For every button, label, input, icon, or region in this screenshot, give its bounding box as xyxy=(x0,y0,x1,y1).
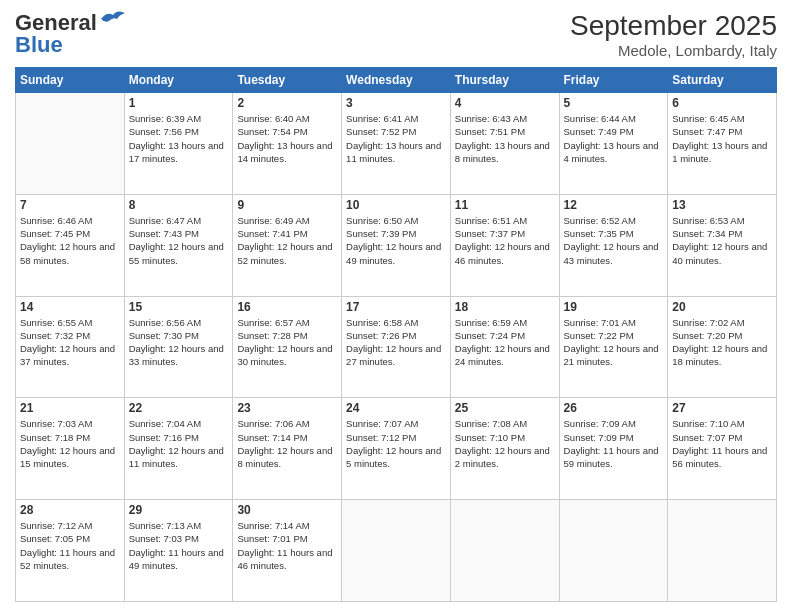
day-number: 12 xyxy=(564,198,664,212)
header-tuesday: Tuesday xyxy=(233,68,342,93)
calendar-cell xyxy=(559,500,668,602)
calendar-cell: 19Sunrise: 7:01 AMSunset: 7:22 PMDayligh… xyxy=(559,296,668,398)
day-info: Sunrise: 6:46 AMSunset: 7:45 PMDaylight:… xyxy=(20,214,120,267)
calendar-cell: 27Sunrise: 7:10 AMSunset: 7:07 PMDayligh… xyxy=(668,398,777,500)
day-info: Sunrise: 6:53 AMSunset: 7:34 PMDaylight:… xyxy=(672,214,772,267)
day-info: Sunrise: 7:06 AMSunset: 7:14 PMDaylight:… xyxy=(237,417,337,470)
day-number: 20 xyxy=(672,300,772,314)
day-number: 4 xyxy=(455,96,555,110)
logo-bird-icon xyxy=(99,9,127,29)
calendar-week-0: 1Sunrise: 6:39 AMSunset: 7:56 PMDaylight… xyxy=(16,93,777,195)
day-info: Sunrise: 7:08 AMSunset: 7:10 PMDaylight:… xyxy=(455,417,555,470)
day-number: 17 xyxy=(346,300,446,314)
page-subtitle: Medole, Lombardy, Italy xyxy=(570,42,777,59)
calendar-cell: 5Sunrise: 6:44 AMSunset: 7:49 PMDaylight… xyxy=(559,93,668,195)
day-info: Sunrise: 6:39 AMSunset: 7:56 PMDaylight:… xyxy=(129,112,229,165)
calendar-cell xyxy=(668,500,777,602)
logo: General Blue xyxy=(15,10,127,58)
day-number: 28 xyxy=(20,503,120,517)
calendar-cell: 4Sunrise: 6:43 AMSunset: 7:51 PMDaylight… xyxy=(450,93,559,195)
calendar-week-1: 7Sunrise: 6:46 AMSunset: 7:45 PMDaylight… xyxy=(16,194,777,296)
page: General Blue September 2025 Medole, Lomb… xyxy=(0,0,792,612)
calendar-cell: 26Sunrise: 7:09 AMSunset: 7:09 PMDayligh… xyxy=(559,398,668,500)
day-info: Sunrise: 7:14 AMSunset: 7:01 PMDaylight:… xyxy=(237,519,337,572)
day-number: 5 xyxy=(564,96,664,110)
calendar-cell: 18Sunrise: 6:59 AMSunset: 7:24 PMDayligh… xyxy=(450,296,559,398)
day-info: Sunrise: 6:41 AMSunset: 7:52 PMDaylight:… xyxy=(346,112,446,165)
day-number: 6 xyxy=(672,96,772,110)
day-info: Sunrise: 6:44 AMSunset: 7:49 PMDaylight:… xyxy=(564,112,664,165)
calendar-cell: 10Sunrise: 6:50 AMSunset: 7:39 PMDayligh… xyxy=(342,194,451,296)
day-info: Sunrise: 6:45 AMSunset: 7:47 PMDaylight:… xyxy=(672,112,772,165)
day-number: 23 xyxy=(237,401,337,415)
day-info: Sunrise: 6:59 AMSunset: 7:24 PMDaylight:… xyxy=(455,316,555,369)
header: General Blue September 2025 Medole, Lomb… xyxy=(15,10,777,59)
day-info: Sunrise: 7:02 AMSunset: 7:20 PMDaylight:… xyxy=(672,316,772,369)
day-number: 26 xyxy=(564,401,664,415)
day-number: 8 xyxy=(129,198,229,212)
calendar-cell: 30Sunrise: 7:14 AMSunset: 7:01 PMDayligh… xyxy=(233,500,342,602)
day-info: Sunrise: 6:40 AMSunset: 7:54 PMDaylight:… xyxy=(237,112,337,165)
logo-blue-text: Blue xyxy=(15,32,63,58)
calendar-header-row: Sunday Monday Tuesday Wednesday Thursday… xyxy=(16,68,777,93)
day-number: 18 xyxy=(455,300,555,314)
day-info: Sunrise: 6:49 AMSunset: 7:41 PMDaylight:… xyxy=(237,214,337,267)
day-number: 3 xyxy=(346,96,446,110)
title-block: September 2025 Medole, Lombardy, Italy xyxy=(570,10,777,59)
day-info: Sunrise: 6:55 AMSunset: 7:32 PMDaylight:… xyxy=(20,316,120,369)
calendar-week-2: 14Sunrise: 6:55 AMSunset: 7:32 PMDayligh… xyxy=(16,296,777,398)
calendar-cell: 7Sunrise: 6:46 AMSunset: 7:45 PMDaylight… xyxy=(16,194,125,296)
calendar-cell: 9Sunrise: 6:49 AMSunset: 7:41 PMDaylight… xyxy=(233,194,342,296)
calendar-cell xyxy=(450,500,559,602)
day-info: Sunrise: 7:03 AMSunset: 7:18 PMDaylight:… xyxy=(20,417,120,470)
calendar-week-3: 21Sunrise: 7:03 AMSunset: 7:18 PMDayligh… xyxy=(16,398,777,500)
day-info: Sunrise: 7:13 AMSunset: 7:03 PMDaylight:… xyxy=(129,519,229,572)
calendar-table: Sunday Monday Tuesday Wednesday Thursday… xyxy=(15,67,777,602)
header-saturday: Saturday xyxy=(668,68,777,93)
calendar-cell: 28Sunrise: 7:12 AMSunset: 7:05 PMDayligh… xyxy=(16,500,125,602)
day-info: Sunrise: 7:01 AMSunset: 7:22 PMDaylight:… xyxy=(564,316,664,369)
day-number: 22 xyxy=(129,401,229,415)
day-info: Sunrise: 6:43 AMSunset: 7:51 PMDaylight:… xyxy=(455,112,555,165)
day-number: 29 xyxy=(129,503,229,517)
calendar-cell: 6Sunrise: 6:45 AMSunset: 7:47 PMDaylight… xyxy=(668,93,777,195)
day-number: 10 xyxy=(346,198,446,212)
day-info: Sunrise: 6:50 AMSunset: 7:39 PMDaylight:… xyxy=(346,214,446,267)
day-number: 27 xyxy=(672,401,772,415)
day-info: Sunrise: 7:04 AMSunset: 7:16 PMDaylight:… xyxy=(129,417,229,470)
day-number: 7 xyxy=(20,198,120,212)
calendar-cell: 11Sunrise: 6:51 AMSunset: 7:37 PMDayligh… xyxy=(450,194,559,296)
day-info: Sunrise: 6:47 AMSunset: 7:43 PMDaylight:… xyxy=(129,214,229,267)
day-info: Sunrise: 6:58 AMSunset: 7:26 PMDaylight:… xyxy=(346,316,446,369)
day-number: 24 xyxy=(346,401,446,415)
calendar-cell: 20Sunrise: 7:02 AMSunset: 7:20 PMDayligh… xyxy=(668,296,777,398)
day-info: Sunrise: 6:52 AMSunset: 7:35 PMDaylight:… xyxy=(564,214,664,267)
calendar-cell xyxy=(16,93,125,195)
calendar-cell: 25Sunrise: 7:08 AMSunset: 7:10 PMDayligh… xyxy=(450,398,559,500)
day-number: 16 xyxy=(237,300,337,314)
day-info: Sunrise: 6:51 AMSunset: 7:37 PMDaylight:… xyxy=(455,214,555,267)
calendar-cell: 15Sunrise: 6:56 AMSunset: 7:30 PMDayligh… xyxy=(124,296,233,398)
calendar-cell: 16Sunrise: 6:57 AMSunset: 7:28 PMDayligh… xyxy=(233,296,342,398)
day-number: 30 xyxy=(237,503,337,517)
page-title: September 2025 xyxy=(570,10,777,42)
day-info: Sunrise: 6:56 AMSunset: 7:30 PMDaylight:… xyxy=(129,316,229,369)
header-friday: Friday xyxy=(559,68,668,93)
header-thursday: Thursday xyxy=(450,68,559,93)
calendar-cell: 1Sunrise: 6:39 AMSunset: 7:56 PMDaylight… xyxy=(124,93,233,195)
calendar-cell: 3Sunrise: 6:41 AMSunset: 7:52 PMDaylight… xyxy=(342,93,451,195)
day-number: 11 xyxy=(455,198,555,212)
header-monday: Monday xyxy=(124,68,233,93)
header-sunday: Sunday xyxy=(16,68,125,93)
day-number: 14 xyxy=(20,300,120,314)
calendar-cell: 24Sunrise: 7:07 AMSunset: 7:12 PMDayligh… xyxy=(342,398,451,500)
calendar-cell: 22Sunrise: 7:04 AMSunset: 7:16 PMDayligh… xyxy=(124,398,233,500)
day-number: 21 xyxy=(20,401,120,415)
calendar-cell: 23Sunrise: 7:06 AMSunset: 7:14 PMDayligh… xyxy=(233,398,342,500)
day-info: Sunrise: 7:10 AMSunset: 7:07 PMDaylight:… xyxy=(672,417,772,470)
day-number: 25 xyxy=(455,401,555,415)
day-number: 2 xyxy=(237,96,337,110)
calendar-week-4: 28Sunrise: 7:12 AMSunset: 7:05 PMDayligh… xyxy=(16,500,777,602)
day-info: Sunrise: 7:09 AMSunset: 7:09 PMDaylight:… xyxy=(564,417,664,470)
header-wednesday: Wednesday xyxy=(342,68,451,93)
